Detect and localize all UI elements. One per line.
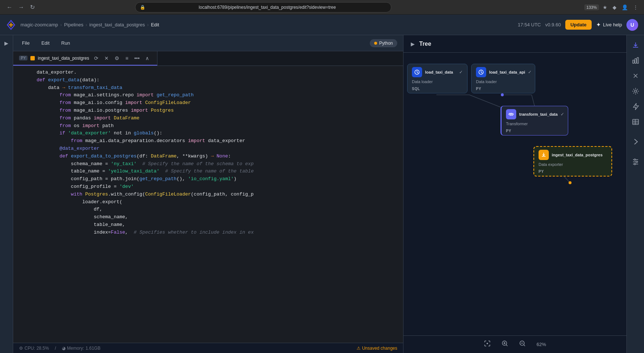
version-badge: v0.9.60: [545, 22, 561, 27]
node-py-loader-inner: load_taxi_data_api ✓ Data loader PY: [471, 64, 535, 93]
sidebar-lightning-button[interactable]: [629, 100, 643, 114]
node-subtitle-api: Data loader: [472, 79, 535, 86]
menu-button[interactable]: ⋮: [632, 3, 640, 12]
toolbar-edit[interactable]: Edit: [38, 39, 52, 47]
refresh-button[interactable]: ↻: [28, 2, 37, 12]
node-transformer-icon: [506, 109, 516, 119]
tree-header: ▶ Tree: [403, 35, 626, 53]
code-line: data → transform_taxi_data: [13, 84, 403, 92]
svg-rect-13: [509, 114, 513, 115]
node-title-api: load_taxi_data_api: [489, 70, 525, 74]
unsaved-changes: ⚠ Unsaved changes: [357, 346, 397, 351]
python-badge[interactable]: Python: [370, 39, 397, 47]
breadcrumb-zoomcamp[interactable]: magic-zoomcamp: [21, 22, 58, 27]
tab-collapse-btn[interactable]: ∧: [143, 55, 151, 62]
sidebar-sliders-button[interactable]: [629, 155, 643, 168]
tab-more-btn[interactable]: •••: [132, 55, 142, 62]
svg-rect-19: [637, 57, 639, 63]
zoom-in-button[interactable]: [499, 338, 511, 351]
bookmark-button[interactable]: ★: [601, 3, 609, 12]
node-header-api: load_taxi_data_api ✓: [472, 64, 535, 79]
sidebar-table-button[interactable]: [629, 115, 643, 129]
code-line: index=False, # Specifies whether to incl…: [13, 229, 403, 237]
code-line: schema_name,: [13, 213, 403, 221]
update-button[interactable]: Update: [565, 20, 592, 30]
sidebar-forward-button[interactable]: [629, 135, 643, 149]
code-line: with Postgres.with_config(ConfigFileLoad…: [13, 191, 403, 198]
editor-tab-main[interactable]: PY ingest_taxi_data_postgres ⟳ ✕ ⚙ ≡ •••…: [13, 51, 157, 66]
svg-point-26: [634, 159, 636, 160]
code-line: config_profile = 'dev': [13, 183, 403, 191]
code-content: data_exporter. def export_data(data): da…: [13, 66, 403, 239]
sidebar-settings-button[interactable]: [629, 84, 643, 98]
code-line: config_path = path.join(get_repo_path(),…: [13, 175, 403, 183]
node-load-taxi-api[interactable]: load_taxi_data_api ✓ Data loader PY: [471, 64, 535, 93]
tree-toolbar: 62%: [403, 335, 626, 353]
node-expand-icon: ✓: [459, 70, 463, 75]
memory-label: Memory:: [67, 346, 84, 351]
lock-icon: 🔒: [140, 5, 145, 10]
zoom-level: 62%: [534, 342, 549, 347]
forward-button[interactable]: →: [16, 2, 26, 12]
toolbar-run[interactable]: Run: [58, 39, 73, 47]
sidebar-toggle-button[interactable]: ▶: [2, 38, 11, 48]
editor-area: File Edit Run Python PY ingest_taxi_data…: [13, 35, 403, 353]
cpu-status: ⚙ CPU: 28.5%: [19, 346, 49, 351]
live-help-button[interactable]: ✦ Live help: [596, 21, 622, 28]
sidebar-import-button[interactable]: [629, 38, 643, 52]
breadcrumb-edit[interactable]: Edit: [151, 22, 159, 27]
extensions-button[interactable]: ◆: [611, 3, 618, 12]
node-load-taxi-data[interactable]: load_taxi_data ✓ Data loader SQL: [407, 64, 468, 93]
svg-point-30: [634, 163, 636, 165]
code-line: df,: [13, 206, 403, 213]
toolbar-file[interactable]: File: [19, 39, 33, 47]
browser-chrome: ← → ↻ 🔒 localhost:6789/pipelines/ingest_…: [0, 0, 644, 15]
node-badge-py-loader: PY: [472, 86, 535, 93]
profile-button[interactable]: 👤: [620, 3, 629, 12]
node-title-exporter: ingest_taxi_data_postgres: [552, 153, 607, 157]
back-button[interactable]: ←: [4, 2, 15, 12]
node-badge-sql: SQL: [407, 86, 467, 93]
tab-close-btn[interactable]: ✕: [102, 55, 111, 62]
code-line: table_name,: [13, 221, 403, 229]
editor-toolbar: File Edit Run Python: [13, 35, 403, 51]
breadcrumb-sep-1: ›: [60, 22, 62, 27]
node-transform-taxi[interactable]: transform_taxi_data ✓ Transformer PY: [500, 106, 568, 135]
svg-rect-21: [633, 119, 639, 125]
avatar[interactable]: U: [626, 19, 638, 31]
separator: /: [55, 346, 56, 351]
url-text: localhost:6789/pipelines/ingest_taxi_dat…: [148, 5, 387, 10]
breadcrumb-pipeline-name[interactable]: ingest_taxi_data_postgres: [89, 22, 145, 27]
svg-point-14: [487, 343, 488, 344]
cpu-label: CPU:: [25, 346, 35, 351]
svg-point-7: [501, 93, 504, 96]
tree-title: Tree: [419, 41, 431, 47]
node-header-exporter: ingest_taxi_data_postgres: [534, 147, 611, 162]
sidebar-chart-button[interactable]: [629, 53, 643, 67]
tab-refresh-btn[interactable]: ⟳: [92, 55, 101, 62]
breadcrumb-pipelines[interactable]: Pipelines: [64, 22, 83, 27]
browser-nav-buttons: ← → ↻: [4, 2, 37, 12]
code-line: def export_data(data):: [13, 77, 403, 84]
node-subtitle-transform: Transformer: [502, 122, 568, 128]
sidebar-close-button[interactable]: [629, 69, 643, 83]
code-line: data_exporter.: [13, 69, 403, 77]
main-layout: ▶ File Edit Run Python PY ingest_taxi_da…: [0, 35, 644, 353]
snap-to-fit-button[interactable]: [481, 338, 493, 351]
tree-expand-button[interactable]: ▶: [409, 40, 416, 48]
code-editor[interactable]: data_exporter. def export_data(data): da…: [13, 66, 403, 343]
breadcrumb-sep-2: ›: [86, 22, 87, 27]
address-bar[interactable]: 🔒 localhost:6789/pipelines/ingest_taxi_d…: [135, 2, 391, 12]
code-line: from mage_ai.io.postgres import Postgres: [13, 107, 403, 115]
node-title-transform: transform_taxi_data: [519, 112, 558, 116]
node-badge-exporter: PY: [534, 169, 611, 176]
tab-menu-btn[interactable]: ≡: [123, 55, 130, 62]
unsaved-label: Unsaved changes: [362, 346, 397, 351]
tab-settings-btn[interactable]: ⚙: [112, 55, 122, 62]
tree-connections-svg: [403, 53, 626, 335]
node-ingest-postgres[interactable]: ingest_taxi_data_postgres Data exporter …: [533, 146, 612, 176]
tree-canvas[interactable]: load_taxi_data ✓ Data loader SQL load_ta…: [403, 53, 626, 335]
node-expand-transform: ✓: [561, 112, 564, 117]
zoom-out-button[interactable]: [517, 338, 528, 351]
svg-rect-17: [633, 60, 634, 63]
